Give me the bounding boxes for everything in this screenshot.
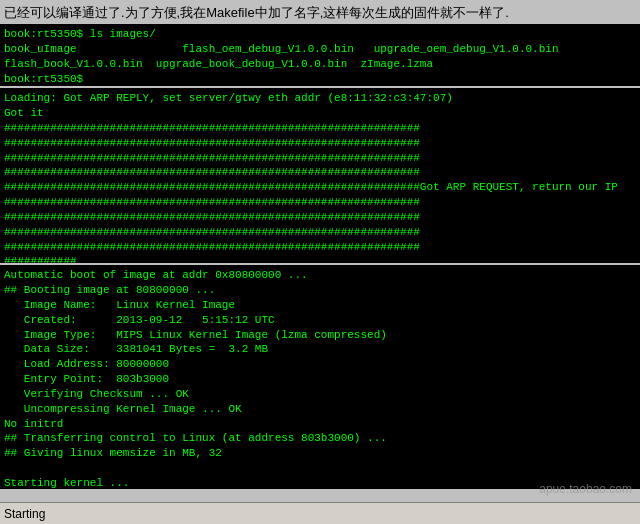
watermark: apue.taobao.com	[539, 482, 632, 496]
status-text: Starting	[4, 507, 45, 521]
top-text: 已经可以编译通过了.为了方便,我在Makefile中加了名字,这样每次生成的固件…	[0, 0, 640, 24]
terminal-section-1: book:rt5350$ ls images/ book_uImage flas…	[0, 24, 640, 86]
status-bar: Starting	[0, 502, 640, 524]
terminal-section-2: Loading: Got ARP REPLY, set server/gtwy …	[0, 88, 640, 263]
terminal-section-3: Automatic boot of image at addr 0x808000…	[0, 265, 640, 489]
